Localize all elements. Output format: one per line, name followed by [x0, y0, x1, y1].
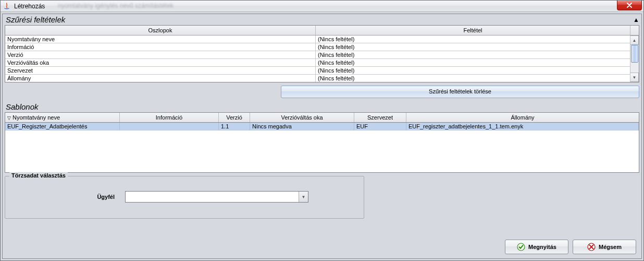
filter-scrollbar[interactable]: ▲ ▼ — [630, 35, 639, 82]
filter-row[interactable]: Információ (Nincs feltétel) — [5, 43, 630, 51]
sort-desc-icon: ▽ — [7, 115, 11, 121]
customer-combobox[interactable]: ▼ — [125, 191, 308, 203]
table-row[interactable]: EUF_Regiszter_Adatbejelentés 1.1 Nincs m… — [5, 123, 639, 130]
section-collapse-icon[interactable]: ▲ — [633, 16, 639, 23]
filter-row[interactable]: Verzió (Nincs feltétel) — [5, 51, 630, 59]
open-button-label: Megnyitás — [528, 244, 556, 250]
close-icon — [626, 3, 633, 8]
filter-header-condition[interactable]: Feltétel — [316, 26, 630, 35]
templates-header-name[interactable]: ▽Nyomtatvány neve — [5, 113, 120, 122]
masterdata-legend: Törzsadat választás — [9, 172, 68, 179]
scroll-down-icon[interactable]: ▼ — [630, 73, 639, 82]
templates-cell-file: EUF_regiszter_adatbejelentes_1_1.tem.eny… — [406, 123, 639, 130]
chevron-down-icon[interactable]: ▼ — [299, 192, 308, 202]
templates-cell-info — [120, 123, 219, 130]
filter-section-header: Szűrési feltételek ▲ — [3, 14, 641, 25]
filter-row[interactable]: Szervezet (Nincs feltétel) — [5, 67, 630, 75]
templates-header-org[interactable]: Szervezet — [354, 113, 406, 122]
filter-cell-column: Információ — [5, 43, 316, 51]
clear-filters-row: Szűrési feltételek törlése — [5, 86, 639, 98]
filter-cell-condition: (Nincs feltétel) — [316, 59, 630, 66]
filter-cell-column: Verzióváltás oka — [5, 59, 316, 66]
clear-filters-button[interactable]: Szűrési feltételek törlése — [281, 86, 639, 98]
dialog-buttons: Megnyitás Mégsem — [505, 240, 636, 254]
filter-cell-column: Nyomtatvány neve — [5, 35, 316, 43]
window-close-button[interactable] — [617, 1, 642, 10]
client-area: Szűrési feltételek ▲ Oszlopok Feltétel N… — [2, 14, 642, 259]
customer-field-row: Ügyfél ▼ — [10, 191, 358, 203]
templates-header-file[interactable]: Állomány — [406, 113, 639, 122]
filter-row[interactable]: Nyomtatvány neve (Nincs feltétel) — [5, 35, 630, 43]
scroll-track[interactable] — [630, 45, 639, 73]
titlebar: Létrehozás nyomtatvány igénylés nevű szá… — [1, 1, 643, 12]
templates-header-reason[interactable]: Verzióváltás oka — [250, 113, 354, 122]
scroll-thumb[interactable] — [631, 45, 638, 63]
templates-table: ▽Nyomtatvány neve Információ Verzió Verz… — [5, 112, 639, 173]
templates-header-info[interactable]: Információ — [120, 113, 219, 122]
filter-cell-condition: (Nincs feltétel) — [316, 75, 630, 82]
filter-row[interactable]: Állomány (Nincs feltétel) — [5, 75, 630, 82]
filter-table-header: Oszlopok Feltétel — [5, 26, 639, 35]
filter-header-column[interactable]: Oszlopok — [5, 26, 316, 35]
filter-header-scroll-gap — [630, 26, 639, 35]
java-app-icon — [3, 2, 11, 10]
filter-cell-condition: (Nincs feltétel) — [316, 43, 630, 51]
filter-table: Oszlopok Feltétel Nyomtatvány neve (Ninc… — [5, 25, 639, 82]
templates-cell-reason: Nincs megadva — [250, 123, 354, 130]
cancel-circle-icon — [587, 243, 596, 251]
templates-cell-version: 1.1 — [219, 123, 250, 130]
masterdata-fieldset: Törzsadat választás Ügyfél ▼ — [5, 176, 364, 219]
filter-cell-column: Állomány — [5, 75, 316, 82]
templates-header-version[interactable]: Verzió — [219, 113, 250, 122]
window: Létrehozás nyomtatvány igénylés nevű szá… — [0, 0, 644, 261]
filter-cell-column: Szervezet — [5, 67, 316, 74]
cancel-button-label: Mégsem — [599, 244, 622, 250]
filter-section-title: Szűrési feltételek — [3, 14, 68, 25]
templates-section-title: Sablonok — [3, 101, 641, 112]
titlebar-blurred-text: nyomtatvány igénylés nevű számítástétek — [58, 2, 174, 9]
templates-header-name-label: Nyomtatvány neve — [13, 114, 60, 121]
open-button[interactable]: Megnyitás — [505, 240, 568, 254]
window-title: Létrehozás — [14, 3, 45, 10]
templates-cell-name: EUF_Regiszter_Adatbejelentés — [5, 123, 120, 130]
templates-cell-org: EUF — [354, 123, 406, 130]
filter-cell-column: Verzió — [5, 51, 316, 58]
scroll-up-icon[interactable]: ▲ — [630, 35, 639, 45]
cancel-button[interactable]: Mégsem — [573, 240, 636, 254]
filter-cell-condition: (Nincs feltétel) — [316, 67, 630, 74]
filter-cell-condition: (Nincs feltétel) — [316, 51, 630, 58]
check-circle-icon — [517, 243, 525, 251]
filter-cell-condition: (Nincs feltétel) — [316, 35, 630, 43]
customer-input[interactable] — [126, 192, 299, 202]
templates-table-body: EUF_Regiszter_Adatbejelentés 1.1 Nincs m… — [5, 123, 639, 173]
filter-row[interactable]: Verzióváltás oka (Nincs feltétel) — [5, 59, 630, 67]
filter-table-body: Nyomtatvány neve (Nincs feltétel) Inform… — [5, 35, 630, 82]
customer-label: Ügyfél — [10, 194, 125, 200]
